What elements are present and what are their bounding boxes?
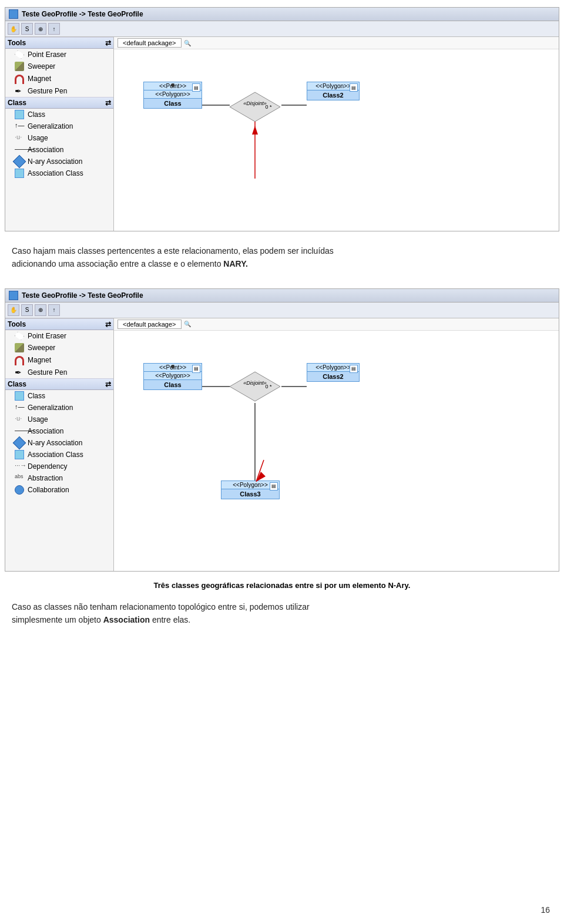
svg-text:«Disjoint»: «Disjoint» — [243, 380, 267, 386]
magnet-label-2: Magnet — [28, 356, 51, 364]
diagram-window-1: Teste GeoProfile -> Teste GeoProfile ✋ S… — [5, 7, 559, 231]
sidebar-item-magnet-2[interactable]: Magnet — [5, 354, 113, 367]
tb-btn2-arrow[interactable]: ↑ — [48, 304, 60, 316]
title-icon-2 — [9, 291, 18, 300]
uml-class-w2-2: <<Polygon>> Class2 ▤ — [307, 363, 360, 382]
tb-btn-plus[interactable]: ⊕ — [35, 23, 46, 35]
class1-corner-icon: ▤ — [192, 83, 200, 92]
sidebar-item-class-2[interactable]: Class — [5, 390, 113, 402]
sidebar-item-nary-2[interactable]: N-ary Association — [5, 437, 113, 449]
sidebar-item-class-1[interactable]: Class — [5, 109, 113, 120]
class-icon-1 — [15, 110, 24, 119]
sidebar-item-gesture-pen-1[interactable]: ✒ Gesture Pen — [5, 85, 113, 97]
canvas-content-2: <<Point>> <<Polygon>> Class ▤ «Disjoint»… — [114, 331, 559, 570]
sidebar-item-point-eraser-1[interactable]: Point Eraser — [5, 49, 113, 61]
sidebar-item-magnet-1[interactable]: Magnet — [5, 72, 113, 85]
diamond-svg-1: «Disjoint» 0 * — [229, 91, 281, 123]
canvas-header-1: <default package> 🔍 — [114, 37, 559, 49]
sidebar-item-sweeper-1[interactable]: Sweeper — [5, 61, 113, 72]
sweeper-icon-1 — [15, 62, 24, 71]
text-line2-1: adicionando uma associação entre a class… — [12, 259, 223, 268]
sidebar-2: Tools ⇄ Point Eraser Sweeper Magnet ✒ Ge… — [5, 318, 114, 571]
canvas-header-2: <default package> 🔍 — [114, 318, 559, 331]
collab-label-2: Collaboration — [28, 486, 69, 494]
w2-class1-stereo2: <<Polygon>> — [144, 372, 202, 380]
tb-btn2-s[interactable]: S — [21, 304, 33, 316]
gesture-pen-label-2: Gesture Pen — [28, 368, 67, 377]
window-title-2: Teste GeoProfile -> Teste GeoProfile — [22, 291, 143, 300]
svg-text:«Disjoint»: «Disjoint» — [243, 100, 267, 106]
eraser-icon-2 — [14, 331, 25, 342]
sidebar-item-gen-1[interactable]: ↑— Generalization — [5, 120, 113, 132]
sidebar-item-gen-2[interactable]: ↑— Generalization — [5, 402, 113, 414]
title-icon-1 — [9, 9, 18, 19]
sidebar-item-usage-1[interactable]: ·u· Usage — [5, 132, 113, 144]
dependency-icon-2: ···→ — [15, 462, 24, 471]
sidebar-item-dependency-2[interactable]: ···→ Dependency — [5, 461, 113, 472]
w2-class2-corner: ▤ — [350, 365, 358, 373]
sidebar-item-point-eraser-2[interactable]: Point Eraser — [5, 330, 113, 342]
gen-icon-1: ↑— — [15, 122, 24, 131]
sidebar-item-assocclass-1[interactable]: Association Class — [5, 167, 113, 179]
titlebar-2: Teste GeoProfile -> Teste GeoProfile — [5, 289, 559, 303]
connectors-svg-1 — [114, 49, 559, 230]
caption: Três classes geográficas relacionadas en… — [0, 579, 564, 594]
sidebar-item-abstraction-2[interactable]: abs Abstraction — [5, 472, 113, 484]
window-body-1: Tools ⇄ Point Eraser Sweeper Magnet ✒ Ge… — [5, 37, 559, 231]
nary-icon-1 — [13, 155, 26, 169]
assoc-icon-2: ——— — [15, 426, 24, 436]
eraser-icon-1 — [14, 49, 25, 61]
diamond-1: «Disjoint» 0 * — [229, 89, 281, 125]
pkg-label-1: <default package> — [118, 38, 182, 48]
class-label-2: Class — [28, 392, 45, 400]
class-header-1: Class ⇄ — [5, 97, 113, 109]
pen-icon-2: ✒ — [15, 368, 24, 377]
text-bold2: Association — [103, 615, 150, 624]
svg-marker-0 — [230, 92, 280, 122]
assoc-label-1: Association — [28, 146, 63, 154]
gen-label-2: Generalization — [28, 404, 73, 412]
sidebar-item-collab-2[interactable]: Collaboration — [5, 484, 113, 496]
sidebar-item-nary-1[interactable]: N-ary Association — [5, 156, 113, 167]
sidebar-item-assoc-2[interactable]: ——— Association — [5, 425, 113, 437]
sweeper-icon-2 — [15, 343, 24, 352]
sweeper-label-2: Sweeper — [28, 344, 55, 352]
diamond-svg-2: «Disjoint» 0 * — [229, 371, 281, 403]
tb-btn2-plus[interactable]: ⊕ — [35, 304, 46, 316]
page-number: 16 — [540, 905, 550, 915]
sidebar-item-gesture-pen-2[interactable]: ✒ Gesture Pen — [5, 367, 113, 378]
uml-class-w2-3: <<Polygon>> Class3 ▤ — [221, 481, 280, 499]
window-body-2: Tools ⇄ Point Eraser Sweeper Magnet ✒ Ge… — [5, 318, 559, 571]
sidebar-item-sweeper-2[interactable]: Sweeper — [5, 342, 113, 354]
sidebar-item-assocclass-2[interactable]: Association Class — [5, 449, 113, 461]
magnet-label-1: Magnet — [28, 75, 51, 83]
assocclass-icon-1 — [15, 169, 24, 178]
tb-btn2-hand[interactable]: ✋ — [8, 304, 19, 316]
uml-class-2: <<Polygon>> Class2 ▤ — [307, 82, 360, 100]
svg-line-13 — [256, 460, 264, 482]
w2-class2-name: Class2 — [307, 372, 359, 381]
usage-label-1: Usage — [28, 134, 48, 142]
window-title-1: Teste GeoProfile -> Teste GeoProfile — [22, 10, 143, 18]
tb-btn-hand[interactable]: ✋ — [8, 23, 19, 35]
class2-name: Class2 — [307, 90, 359, 100]
assoc-label-2: Association — [28, 427, 63, 435]
class1-stereo2: <<Polygon>> — [144, 90, 202, 99]
class1-dot — [171, 83, 174, 87]
tb-btn-arrow[interactable]: ↑ — [48, 23, 60, 35]
w2-class3-corner: ▤ — [270, 482, 278, 490]
sidebar-item-assoc-1[interactable]: ——— Association — [5, 144, 113, 156]
gen-icon-2: ↑— — [15, 403, 24, 412]
magnet-icon-1 — [15, 75, 24, 84]
pen-icon-1: ✒ — [15, 86, 24, 96]
w2-class1-name: Class — [144, 380, 202, 389]
toolbar-2: ✋ S ⊕ ↑ — [5, 303, 559, 318]
assocclass-label-2: Association Class — [28, 451, 83, 459]
abstraction-label-2: Abstraction — [28, 474, 63, 482]
canvas-content-1: <<Point>> <<Polygon>> Class ▤ «Disjoint»… — [114, 49, 559, 230]
class1-name: Class — [144, 99, 202, 108]
usage-icon-2: ·u· — [15, 415, 24, 424]
tb-btn-s[interactable]: S — [21, 23, 33, 35]
sidebar-item-usage-2[interactable]: ·u· Usage — [5, 414, 113, 425]
usage-label-2: Usage — [28, 415, 48, 424]
